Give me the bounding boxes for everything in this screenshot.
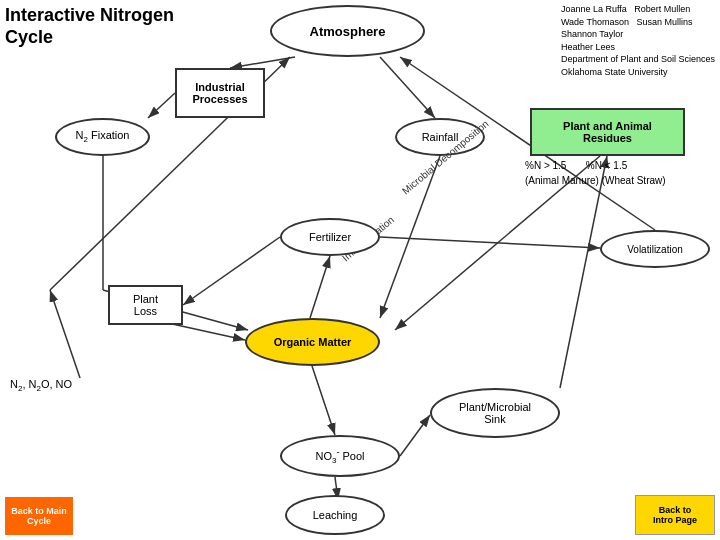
authors-section: Joanne La Ruffa Robert Mullen Wade Thoma… [561, 3, 715, 79]
n2-fixation-node[interactable]: N2 Fixation [55, 118, 150, 156]
plant-microbial-sink-node[interactable]: Plant/MicrobialSink [430, 388, 560, 438]
svg-line-10 [183, 237, 280, 305]
n2-gases-label: N2, N2O, NO [10, 378, 72, 393]
department-label: Department of Plant and Soil Sciences [561, 53, 715, 66]
svg-line-13 [400, 415, 430, 456]
svg-line-14 [560, 156, 607, 388]
back-intro-page-button[interactable]: Back toIntro Page [635, 495, 715, 535]
plant-animal-residues-node[interactable]: Plant and AnimalResidues [530, 108, 685, 156]
leaching-node[interactable]: Leaching [285, 495, 385, 535]
svg-line-16 [380, 237, 600, 248]
industrial-processes-node[interactable]: IndustrialProcesses [175, 68, 265, 118]
atmosphere-node[interactable]: Atmosphere [270, 5, 425, 57]
svg-line-9 [310, 256, 330, 318]
volatilization-node[interactable]: Volatilization [600, 230, 710, 268]
university-label: Oklahoma State University [561, 66, 715, 79]
organic-matter-node[interactable]: Organic Matter [245, 318, 380, 366]
plant-loss-node[interactable]: PlantLoss [108, 285, 183, 325]
authors-col1: Joanne La Ruffa Robert Mullen Wade Thoma… [561, 3, 693, 53]
fertilizer-node[interactable]: Fertilizer [280, 218, 380, 256]
svg-line-18 [50, 290, 80, 378]
no3-pool-node[interactable]: NO3- Pool [280, 435, 400, 477]
svg-line-4 [148, 93, 175, 118]
back-main-cycle-button[interactable]: Back to MainCycle [5, 497, 73, 535]
svg-line-12 [312, 366, 335, 435]
svg-line-2 [230, 57, 295, 68]
pct-n-labels: %N > 1.5 %N < 1.5 (Animal Manure) (Wheat… [525, 158, 710, 188]
page-title: Interactive Nitrogen Cycle [5, 5, 205, 48]
svg-line-3 [380, 57, 435, 118]
